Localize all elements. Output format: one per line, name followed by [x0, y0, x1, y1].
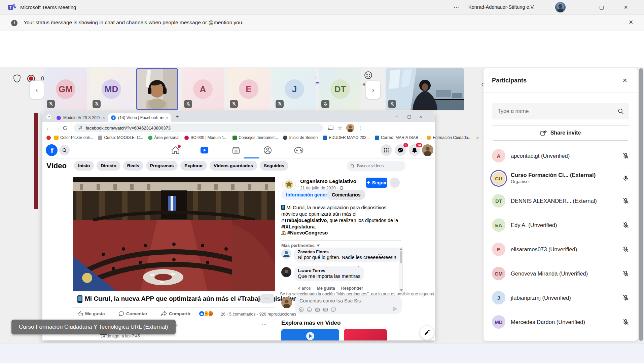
browser-tab-modulo[interactable]: Módulo IV 20-8-2024 - Present ×: [54, 113, 108, 122]
nav-gaming-icon[interactable]: [294, 147, 303, 154]
commenter-avatar[interactable]: [281, 267, 291, 277]
tab-close-icon[interactable]: ×: [166, 115, 168, 120]
participant-tile[interactable]: GM: [44, 68, 87, 110]
maximize-button[interactable]: ▢: [594, 1, 609, 14]
participant-row[interactable]: DT DENNIS ALEXANDER... (External): [492, 191, 629, 210]
participant-tile[interactable]: DT: [319, 68, 361, 110]
caption-more-button[interactable]: ⋯: [260, 294, 274, 303]
chrome-profile-avatar[interactable]: [346, 124, 354, 132]
tab-directo[interactable]: Directo: [97, 161, 120, 171]
participant-tile[interactable]: J: [273, 68, 316, 110]
video-search-input[interactable]: Buscar vídeos: [347, 161, 405, 171]
menu-grid-icon[interactable]: [381, 144, 392, 156]
comments-scrollbar[interactable]: [399, 247, 403, 292]
reload-icon[interactable]: [63, 125, 72, 131]
participant-tile[interactable]: A: [182, 68, 224, 110]
like-action[interactable]: Me gusta: [77, 311, 105, 317]
emoji-icon[interactable]: [307, 307, 312, 312]
suggested-video-thumb-blue[interactable]: [281, 329, 339, 340]
share-action[interactable]: Compartir: [161, 311, 191, 316]
search-icon[interactable]: [59, 145, 70, 155]
participant-search[interactable]: [492, 103, 629, 119]
mic-muted-icon[interactable]: [622, 294, 629, 301]
commenter-name[interactable]: Lazaro Torres: [298, 268, 360, 273]
commenter-avatar[interactable]: [281, 249, 291, 259]
cast-icon[interactable]: [328, 125, 333, 131]
bookmark-item[interactable]: Inicio de Sesión: [283, 135, 318, 140]
search-input[interactable]: [498, 108, 612, 114]
bookmark-item[interactable]: Formación Ciudada...: [427, 135, 471, 140]
bookmark-favicon[interactable]: [46, 136, 51, 140]
close-button[interactable]: ✕: [618, 1, 633, 14]
mic-muted-icon[interactable]: [622, 152, 629, 159]
tab-explorar[interactable]: Explorar: [180, 161, 207, 171]
bookmark-item[interactable]: Correo: MARIA ISAB...: [375, 135, 422, 140]
mic-on-icon[interactable]: [622, 175, 629, 182]
mic-muted-icon[interactable]: [622, 270, 629, 277]
account-avatar[interactable]: [555, 2, 566, 12]
comment-options-icon[interactable]: ⋯: [378, 252, 382, 257]
minimize-button[interactable]: ─: [573, 1, 587, 14]
tab-reels[interactable]: Reels: [123, 161, 143, 171]
mic-muted-icon[interactable]: [622, 197, 629, 205]
bookmark-item[interactable]: Curso: MOODLE: C...: [98, 135, 143, 140]
chrome-close-icon[interactable]: ×: [419, 114, 422, 119]
banner-close-icon[interactable]: ✕: [629, 19, 633, 26]
participant-row[interactable]: GM Genoveva Miranda (Unverified): [492, 264, 629, 283]
participant-row-organiser[interactable]: CU Curso Formación Ci... (External) Orga…: [492, 168, 629, 189]
tab-comentarios[interactable]: Comentarios: [327, 190, 365, 200]
send-icon[interactable]: [392, 306, 398, 312]
participant-row[interactable]: E elisaramos073 (Unverified): [492, 240, 629, 259]
bookmark-item[interactable]: Consejos Iberoamer...: [232, 135, 278, 140]
tab-seguidos[interactable]: Seguidos: [260, 161, 288, 171]
tab-close-icon[interactable]: ×: [103, 115, 105, 120]
tab-videos-guardados[interactable]: Vídeos guardados: [210, 161, 257, 171]
messenger-icon[interactable]: 1: [395, 144, 406, 156]
tab-programas[interactable]: Programas: [146, 161, 178, 171]
comment-reply-link[interactable]: Responder: [341, 286, 363, 291]
new-tab-icon[interactable]: +: [176, 114, 179, 120]
follow-button[interactable]: Seguir: [366, 178, 387, 188]
filmstrip-prev-button[interactable]: ‹: [30, 81, 44, 99]
spotlight-video-tile[interactable]: [386, 68, 464, 110]
suggested-video-thumb-red[interactable]: [344, 329, 387, 340]
back-icon[interactable]: ←: [44, 125, 53, 131]
titlebar-more-icon[interactable]: ⋯: [454, 4, 459, 10]
post-author-name[interactable]: Organismo Legislativo: [300, 178, 356, 184]
bookmarks-overflow-icon[interactable]: »: [476, 135, 479, 140]
camera-icon[interactable]: [315, 307, 320, 312]
hashtag[interactable]: #TrabajoLegislativo: [281, 218, 327, 223]
avatar-sticker-icon[interactable]: [299, 307, 304, 312]
forward-icon[interactable]: →: [53, 125, 63, 131]
tab-search-chevron-icon[interactable]: [46, 114, 51, 119]
participant-video-tile[interactable]: [136, 68, 178, 110]
chrome-maximize-icon[interactable]: ▢: [407, 114, 411, 119]
sticker-icon[interactable]: [331, 307, 336, 312]
compose-fab[interactable]: [420, 326, 434, 340]
scroll-up-icon[interactable]: [399, 248, 402, 250]
notifications-bell-icon[interactable]: 14: [409, 144, 420, 156]
share-invite-button[interactable]: Share invite: [492, 125, 629, 141]
bookmark-item[interactable]: Color Picker onli...: [54, 135, 93, 140]
chrome-minimize-icon[interactable]: ─: [395, 114, 398, 119]
comment-composer[interactable]: Comentas como Isa Suc Sis GIF: [295, 295, 402, 314]
nav-marketplace-icon[interactable]: [231, 146, 241, 155]
post-more-icon[interactable]: ⋯: [262, 322, 267, 328]
participant-tile[interactable]: E: [227, 68, 270, 110]
legislative-video-frame[interactable]: [73, 177, 275, 291]
scrollbar[interactable]: [639, 68, 643, 341]
bookmark-item[interactable]: SC-900 | Módulo 1...: [184, 135, 227, 140]
nav-groups-icon[interactable]: [263, 146, 272, 155]
nav-video-icon-active[interactable]: [200, 146, 209, 155]
mic-muted-icon[interactable]: [622, 246, 629, 253]
nav-home-icon[interactable]: [171, 146, 180, 155]
comment-like-link[interactable]: Me gusta: [317, 286, 335, 291]
participant-row[interactable]: EA Edy A. (Unverified): [492, 216, 629, 234]
comment-sort-dropdown[interactable]: Más pertinentes: [281, 243, 320, 248]
hashtag[interactable]: #IXLegislatura: [281, 224, 315, 229]
bookmark-item[interactable]: EDUDER MAYO 202...: [323, 135, 370, 140]
facebook-logo[interactable]: f: [46, 144, 58, 156]
mic-muted-icon[interactable]: [622, 222, 629, 229]
participant-row[interactable]: J jfabianprzmj (Unverified): [492, 288, 629, 307]
tab-audio-icon[interactable]: [160, 116, 164, 120]
